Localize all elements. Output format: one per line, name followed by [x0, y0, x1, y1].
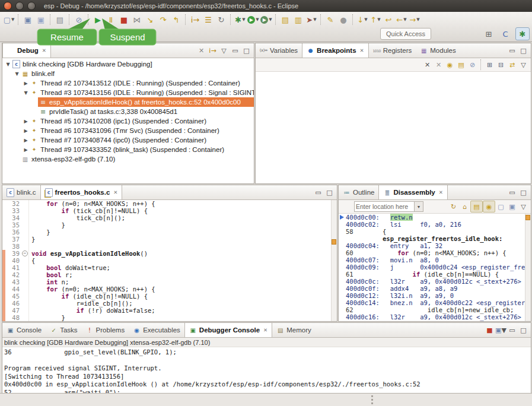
run-button[interactable]: ▶▼	[247, 14, 260, 26]
tab-outline[interactable]: ≔Outline	[339, 185, 378, 199]
tree-expander-icon[interactable]: ▼	[5, 62, 11, 67]
remove-all-breakpoints-button[interactable]: ✕	[433, 59, 444, 70]
tab-executables[interactable]: ◉Executables	[129, 323, 184, 337]
tree-row[interactable]: ▶✦Thread #9 1073433352 (blink_task) (Sus…	[2, 145, 254, 154]
pin-view-button[interactable]: ▣	[506, 201, 518, 212]
window-minimize-button[interactable]	[15, 2, 24, 10]
profile-button[interactable]: ▶▼	[260, 14, 273, 26]
maximize-button[interactable]: □	[324, 187, 335, 198]
minimize-button[interactable]: ▭	[506, 325, 518, 335]
window-maximize-button[interactable]	[27, 2, 36, 10]
maximize-button[interactable]: □	[518, 45, 529, 56]
annotation-marker[interactable]	[525, 215, 530, 220]
restart-button[interactable]: ↻	[215, 14, 228, 26]
tab-close-icon[interactable]: ✕	[360, 47, 364, 53]
tree-row[interactable]: ▶✦Thread #5 1073410208 (ipc1) (Suspended…	[2, 116, 254, 126]
mark-occurrences-button[interactable]: ✎	[324, 14, 337, 26]
fold-minus-icon[interactable]: −	[22, 250, 28, 256]
open-perspective-button[interactable]: ⊞	[482, 28, 495, 40]
open-resource-button[interactable]: ▥	[292, 14, 305, 26]
tree-expander-icon[interactable]: ▶	[23, 128, 29, 134]
skip-all-breakpoints-button[interactable]: ⊘	[467, 59, 478, 70]
quick-access-button[interactable]: Quick Access	[380, 28, 431, 40]
view-menu-button[interactable]: ▽	[518, 201, 529, 212]
tree-row[interactable]: ▶✦Thread #7 1073408744 (ipc0) (Suspended…	[2, 135, 254, 145]
tree-row[interactable]: ▼✦Thread #3 1073413156 (IDLE : Running) …	[2, 88, 254, 97]
tab-close-icon[interactable]: ✕	[263, 327, 267, 333]
toggle-annotations-button[interactable]: ●	[337, 14, 350, 26]
link-with-debug-button[interactable]: ⇄	[506, 59, 518, 70]
refresh-icon[interactable]: ↻	[448, 201, 459, 212]
home-icon[interactable]: ⌂	[459, 201, 470, 212]
new-wizard-button[interactable]: ▢▼	[2, 14, 15, 26]
tab-debugger-console[interactable]: ▣Debugger Console✕	[184, 323, 272, 337]
tab-registers[interactable]: 1010Registers	[369, 43, 416, 58]
tree-row[interactable]: ▶✦Thread #6 1073431096 (Tmr Svc) (Suspen…	[2, 126, 254, 135]
disassembly-overview-ruler[interactable]	[525, 214, 531, 321]
fold-collapse-icon[interactable]: −	[21, 250, 29, 257]
location-combo-input[interactable]: Enter location here	[354, 201, 415, 212]
step-return-button[interactable]: ↰	[170, 14, 183, 26]
forward-button[interactable]: →▼	[408, 14, 421, 26]
tab-problems[interactable]: !Problems	[82, 323, 129, 337]
open-element-button[interactable]: ▤	[279, 14, 292, 26]
tree-row[interactable]: ≡esp_vApplicationIdleHook() at freertos_…	[2, 97, 254, 107]
maximize-button[interactable]: □	[518, 325, 529, 335]
window-close-button[interactable]	[4, 2, 12, 10]
tab-close-icon[interactable]: ✕	[42, 47, 46, 53]
tab-disassembly[interactable]: ≣Disassembly✕	[378, 185, 447, 199]
tree-expander-icon[interactable]: ▶	[23, 147, 29, 153]
expand-all-button[interactable]: ⊞	[484, 59, 495, 70]
minimize-button[interactable]: ▭	[313, 187, 324, 198]
open-new-view-button[interactable]: ▢	[495, 201, 506, 212]
previous-annotation-button[interactable]: ↑▼	[369, 14, 382, 26]
tab-memory[interactable]: ▤Memory	[272, 323, 316, 337]
tab-modules[interactable]: ▦Modules	[416, 43, 460, 58]
tree-expander-icon[interactable]: ▶	[23, 119, 29, 124]
tab-console[interactable]: ▣Console	[2, 323, 46, 337]
tab-tasks[interactable]: ✓Tasks	[46, 323, 81, 337]
tree-expander-icon[interactable]: ▼	[14, 71, 20, 77]
tab-breakpoints[interactable]: ●Breakpoints✕	[302, 43, 369, 58]
tree-row[interactable]: ≡prvIdleTask() at tasks.c:3,338 0x400845…	[2, 107, 254, 116]
show-breakpoints-for-selected-button[interactable]: ◉	[444, 59, 455, 70]
maximize-button[interactable]: □	[241, 45, 252, 56]
tree-row[interactable]: ▼▦blink.elf	[2, 69, 254, 78]
minimize-button[interactable]: ▭	[230, 45, 241, 56]
view-menu-button[interactable]: ▽	[518, 59, 529, 70]
tree-row[interactable]: ▥xtensa-esp32-elf-gdb (7.10)	[2, 154, 254, 164]
console-output[interactable]: 36 gpio_set_level(BLINK_GPIO, 1);Program…	[2, 347, 531, 394]
disassembly-listing[interactable]: 400d0c00: retw.n400d0c02: lsi f0, a0, 21…	[339, 214, 531, 321]
remove-breakpoint-button[interactable]: ✕	[422, 59, 433, 70]
tab-freertos-hooks-c[interactable]: cfreertos_hooks.c✕	[40, 185, 123, 199]
track-expression-button[interactable]: ◉	[483, 201, 495, 212]
tab-variables[interactable]: (x)=Variables	[256, 43, 302, 58]
tree-expander-icon[interactable]: ▶	[23, 81, 29, 86]
tab-close-icon[interactable]: ✕	[439, 189, 443, 195]
instruction-stepping-mode-button[interactable]: i→	[207, 45, 218, 56]
display-selected-console-button[interactable]: ▣▼	[495, 325, 506, 335]
tab-blink-c[interactable]: cblink.c	[2, 185, 40, 199]
tree-row[interactable]: ▶✦Thread #2 1073413512 (IDLE : Running) …	[2, 78, 254, 88]
location-combo-dropdown[interactable]: ▼	[415, 201, 423, 212]
back-button[interactable]: ←▼	[395, 14, 408, 26]
annotation-marker[interactable]	[332, 239, 336, 245]
cpp-perspective-button[interactable]: C	[499, 28, 512, 40]
maximize-button[interactable]: □	[518, 187, 529, 198]
tab-close-icon[interactable]: ✕	[113, 189, 117, 195]
editor-overview-ruler[interactable]	[331, 200, 337, 321]
last-edit-location-button[interactable]: ↩	[382, 14, 395, 26]
remove-all-terminated-button[interactable]: ✕	[196, 45, 207, 56]
source-editor[interactable]: 32 for (n=0; n<MAX_HOOKS; n++) {33 if (t…	[2, 200, 337, 321]
tree-expander-icon[interactable]: ▶	[23, 138, 29, 143]
debug-button[interactable]: ✱▼	[234, 14, 247, 26]
show-source-button[interactable]: ▤	[470, 201, 483, 212]
collapse-all-button[interactable]: ⊟	[495, 59, 506, 70]
use-step-filters-button[interactable]: ☰	[202, 14, 215, 26]
minimize-button[interactable]: ▭	[506, 45, 518, 56]
terminate-button[interactable]: ■	[484, 325, 495, 335]
debug-perspective-button[interactable]: ✱	[515, 27, 530, 40]
minimize-button[interactable]: ▭	[506, 187, 518, 198]
view-menu-button[interactable]: ▽	[218, 45, 230, 56]
next-annotation-button[interactable]: ↓▼	[356, 14, 369, 26]
